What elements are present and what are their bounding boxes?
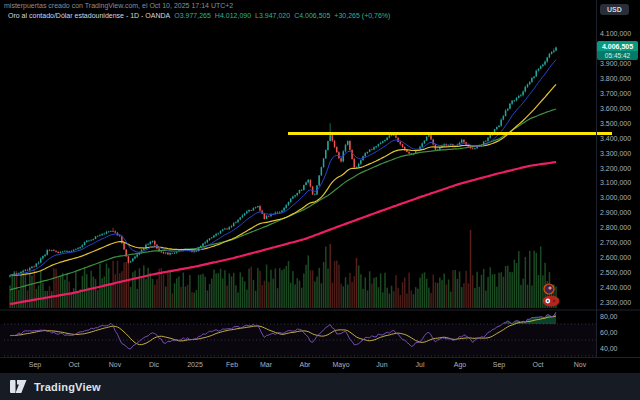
svg-text:80,00: 80,00 — [600, 313, 618, 320]
svg-text:3.800,000: 3.800,000 — [600, 75, 631, 82]
svg-text:2.800,000: 2.800,000 — [600, 224, 631, 231]
last-price-value: 4.006,505 — [597, 41, 638, 51]
footer-bar: TradingView — [0, 373, 640, 400]
svg-text:Sep: Sep — [493, 361, 506, 369]
svg-text:3.900,000: 3.900,000 — [600, 60, 631, 67]
ohlc-open: O3.977,265 — [174, 12, 211, 19]
symbol-title: Oro al contado/Dólar estadounidense - 1D… — [8, 12, 170, 19]
svg-text:3.300,000: 3.300,000 — [600, 150, 631, 157]
svg-text:Oct: Oct — [69, 361, 80, 368]
svg-text:3.000,000: 3.000,000 — [600, 194, 631, 201]
last-price-tag: 4.006,505 05:45:42 — [597, 41, 638, 60]
svg-text:3.400,000: 3.400,000 — [600, 135, 631, 142]
svg-text:Abr: Abr — [300, 361, 312, 368]
svg-text:3.200,000: 3.200,000 — [600, 165, 631, 172]
symbol-legend[interactable]: Oro al contado/Dólar estadounidense - 1D… — [8, 12, 390, 19]
svg-text:Jul: Jul — [416, 361, 425, 368]
svg-text:2.400,000: 2.400,000 — [600, 284, 631, 291]
price-change: +30,265 (+0,76%) — [334, 12, 390, 19]
svg-text:Sep: Sep — [29, 361, 42, 369]
svg-text:3.700,000: 3.700,000 — [600, 90, 631, 97]
currency-button[interactable]: USD — [600, 4, 629, 15]
svg-text:60,00: 60,00 — [600, 329, 618, 336]
svg-text:3.500,000: 3.500,000 — [600, 120, 631, 127]
svg-text:Nov: Nov — [109, 361, 122, 368]
svg-text:Nov: Nov — [574, 361, 587, 368]
svg-text:2.900,000: 2.900,000 — [600, 209, 631, 216]
svg-text:Dic: Dic — [149, 361, 160, 368]
svg-text:2.600,000: 2.600,000 — [600, 254, 631, 261]
svg-text:2.700,000: 2.700,000 — [600, 239, 631, 246]
svg-text:Oct: Oct — [533, 361, 544, 368]
svg-text:40,00: 40,00 — [600, 345, 618, 352]
svg-text:3.100,000: 3.100,000 — [600, 179, 631, 186]
ohlc-low: L3.947,020 — [255, 12, 290, 19]
ohlc-high: H4.012,090 — [215, 12, 251, 19]
svg-text:2025: 2025 — [187, 361, 203, 368]
bar-countdown: 05:45:42 — [597, 51, 638, 60]
svg-text:3.600,000: 3.600,000 — [600, 105, 631, 112]
ohlc-close: C4.006,505 — [294, 12, 330, 19]
tradingview-chart-window: 4.100,0003.900,0003.800,0003.700,0003.60… — [0, 0, 640, 400]
svg-text:Feb: Feb — [226, 361, 238, 368]
svg-text:2.300,000: 2.300,000 — [600, 299, 631, 306]
svg-text:Mayo: Mayo — [332, 361, 349, 369]
tradingview-brand-text[interactable]: TradingView — [34, 381, 101, 393]
svg-text:Ago: Ago — [454, 361, 467, 369]
price-chart-canvas[interactable]: 4.100,0003.900,0003.800,0003.700,0003.60… — [0, 0, 640, 400]
svg-text:Jun: Jun — [376, 361, 387, 368]
svg-text:Mar: Mar — [260, 361, 273, 368]
watermark-text: misterpuertas creado con TradingView.com… — [4, 2, 233, 9]
svg-text:4.100,000: 4.100,000 — [600, 30, 631, 37]
tradingview-logo-icon[interactable] — [10, 380, 27, 394]
svg-text:2.500,000: 2.500,000 — [600, 269, 631, 276]
